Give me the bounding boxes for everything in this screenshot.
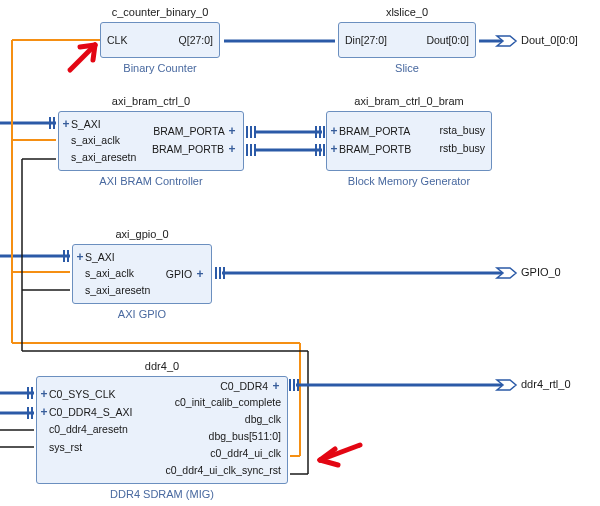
bmg-type-label: Block Memory Generator: [326, 175, 492, 187]
bram-ctrl-port-aresetn[interactable]: s_axi_aresetn: [71, 151, 136, 163]
ddr-port-uiclk[interactable]: c0_ddr4_ui_clk: [210, 447, 281, 459]
bmg-port-rsta[interactable]: rsta_busy: [439, 124, 485, 136]
bram-ctrl-instance-label: axi_bram_ctrl_0: [58, 95, 244, 107]
plus-icon: +: [61, 117, 71, 131]
bmg-port-rstb[interactable]: rstb_busy: [439, 142, 485, 154]
ddr-port-sysclk[interactable]: +C0_SYS_CLK: [39, 387, 116, 401]
gpio-block[interactable]: +S_AXI s_axi_aclk s_axi_aresetn GPIO +: [72, 244, 212, 304]
bram-ctrl-port-portb[interactable]: BRAM_PORTB +: [152, 142, 237, 156]
gpio-port-aresetn[interactable]: s_axi_aresetn: [85, 284, 150, 296]
slice-type-label: Slice: [338, 62, 476, 74]
slice-port-dout[interactable]: Dout[0:0]: [426, 34, 469, 46]
ddr-port-sysrst[interactable]: sys_rst: [49, 441, 82, 453]
external-gpio-label: GPIO_0: [521, 266, 561, 278]
ddr-port-dbgclk[interactable]: dbg_clk: [245, 413, 281, 425]
ddr-port-uirst[interactable]: c0_ddr4_ui_clk_sync_rst: [165, 464, 281, 476]
counter-port-q[interactable]: Q[27:0]: [179, 34, 213, 46]
bmg-port-porta[interactable]: +BRAM_PORTA: [329, 124, 410, 138]
plus-icon: +: [329, 124, 339, 138]
ddr-port-saxi[interactable]: +C0_DDR4_S_AXI: [39, 405, 132, 419]
ddr-port-aresetn[interactable]: c0_ddr4_aresetn: [49, 423, 128, 435]
plus-icon: +: [195, 267, 205, 281]
counter-port-clk[interactable]: CLK: [107, 34, 127, 46]
plus-icon: +: [227, 142, 237, 156]
bmg-instance-label: axi_bram_ctrl_0_bram: [326, 95, 492, 107]
ddr-block[interactable]: +C0_SYS_CLK +C0_DDR4_S_AXI c0_ddr4_arese…: [36, 376, 288, 484]
bmg-port-portb[interactable]: +BRAM_PORTB: [329, 142, 411, 156]
plus-icon: +: [39, 387, 49, 401]
bram-ctrl-port-aclk[interactable]: s_axi_aclk: [71, 134, 120, 146]
ddr-port-ddr4[interactable]: C0_DDR4 +: [220, 379, 281, 393]
gpio-port-gpio[interactable]: GPIO +: [166, 267, 205, 281]
bram-ctrl-port-porta[interactable]: BRAM_PORTA +: [153, 124, 237, 138]
svg-line-55: [320, 445, 360, 460]
slice-port-din[interactable]: Din[27:0]: [345, 34, 387, 46]
bram-ctrl-block[interactable]: +S_AXI s_axi_aclk s_axi_aresetn BRAM_POR…: [58, 111, 244, 171]
counter-block[interactable]: CLK Q[27:0]: [100, 22, 220, 58]
gpio-type-label: AXI GPIO: [72, 308, 212, 320]
external-ddr4-label: ddr4_rtl_0: [521, 378, 571, 390]
ddr-type-label: DDR4 SDRAM (MIG): [36, 488, 288, 500]
slice-instance-label: xlslice_0: [338, 6, 476, 18]
gpio-port-aclk[interactable]: s_axi_aclk: [85, 267, 134, 279]
svg-line-54: [70, 45, 95, 70]
counter-type-label: Binary Counter: [100, 62, 220, 74]
gpio-instance-label: axi_gpio_0: [72, 228, 212, 240]
ddr-port-dbgbus[interactable]: dbg_bus[511:0]: [209, 430, 281, 442]
counter-instance-label: c_counter_binary_0: [100, 6, 220, 18]
svg-marker-48: [497, 268, 516, 278]
plus-icon: +: [271, 379, 281, 393]
bram-ctrl-port-saxi[interactable]: +S_AXI: [61, 117, 101, 131]
svg-marker-2: [497, 36, 516, 46]
ddr-instance-label: ddr4_0: [36, 360, 288, 372]
svg-marker-53: [497, 380, 516, 390]
gpio-port-saxi[interactable]: +S_AXI: [75, 250, 115, 264]
bmg-block[interactable]: +BRAM_PORTA +BRAM_PORTB rsta_busy rstb_b…: [326, 111, 492, 171]
plus-icon: +: [39, 405, 49, 419]
external-dout-label: Dout_0[0:0]: [521, 34, 578, 46]
slice-block[interactable]: Din[27:0] Dout[0:0]: [338, 22, 476, 58]
bram-ctrl-type-label: AXI BRAM Controller: [58, 175, 244, 187]
plus-icon: +: [329, 142, 339, 156]
plus-icon: +: [227, 124, 237, 138]
plus-icon: +: [75, 250, 85, 264]
ddr-port-init[interactable]: c0_init_calib_complete: [175, 396, 281, 408]
